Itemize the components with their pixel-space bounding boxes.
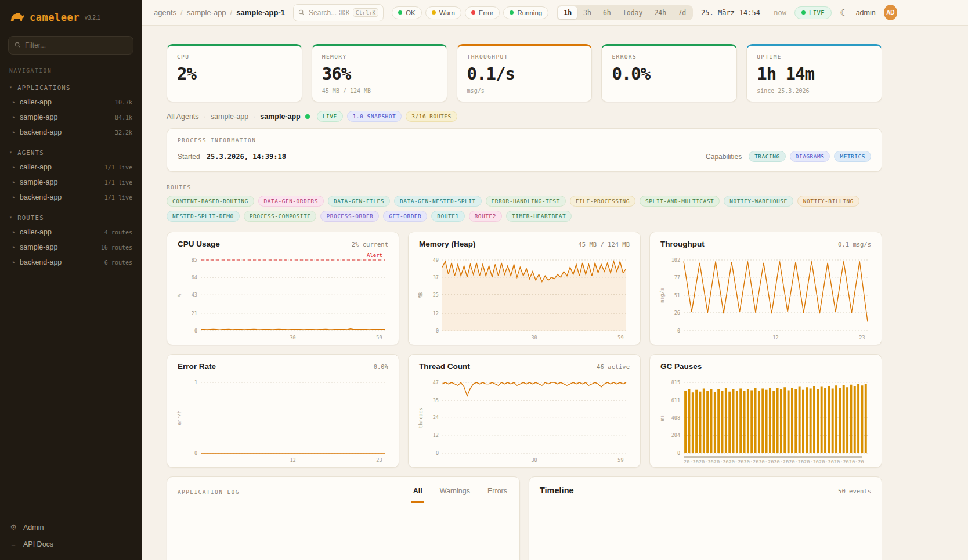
chart-title: Thread Count	[419, 362, 470, 371]
date-label: 25. März	[701, 9, 735, 17]
chart-card: GC Pauses 0204408611815ms20:2620:2620:26…	[649, 354, 882, 468]
sidebar-item[interactable]: ▸ caller-app 1/1 live	[0, 160, 142, 175]
route-chip[interactable]: NOTIFY-WAREHOUSE	[724, 196, 793, 207]
route-chip[interactable]: DATA-GEN-NESTED-SPLIT	[394, 196, 482, 207]
time-range-display[interactable]: 25. März 14:54 — now	[701, 9, 786, 17]
status-filter-chip[interactable]: Error	[465, 6, 500, 19]
app-version: v3.2.1	[85, 15, 100, 21]
topbar: agents / sample-app / sample-app-1 Ctrl+…	[142, 0, 968, 26]
stat-card: MEMORY 36% 45 MB / 124 MB	[312, 44, 447, 102]
process-panel-title: PROCESS INFORMATION	[178, 137, 871, 143]
sidebar-item[interactable]: ▸ sample-app 1/1 live	[0, 175, 142, 190]
sidebar-item[interactable]: ▸ backend-app 1/1 live	[0, 190, 142, 205]
sidebar-section: ▾ APPLICATIONS ▸ caller-app 10.7k ▸	[0, 82, 142, 140]
status-filter-label: Warn	[439, 9, 455, 16]
sidebar-section-header[interactable]: ▾ ROUTES	[0, 212, 142, 225]
svg-text:12: 12	[290, 457, 295, 463]
sidebar-item[interactable]: ▸ backend-app 32.2k	[0, 125, 142, 140]
svg-text:30: 30	[290, 335, 295, 341]
time-range-option[interactable]: 6h	[597, 6, 617, 19]
admin-link[interactable]: ⚙ Admin	[9, 523, 132, 532]
svg-text:37: 37	[433, 274, 439, 280]
route-chip[interactable]: CONTENT-BASED-ROUTING	[167, 196, 254, 207]
status-filter-chip[interactable]: Running	[503, 6, 548, 19]
dark-mode-toggle-icon[interactable]: ☾	[840, 8, 847, 18]
stat-value: 1h 14m	[757, 64, 872, 84]
time-range-option[interactable]: Today	[617, 6, 649, 19]
sidebar-item[interactable]: ▸ caller-app 4 routes	[0, 225, 142, 240]
sidebar-item[interactable]: ▸ sample-app 16 routes	[0, 240, 142, 255]
time-range-option[interactable]: 3h	[577, 6, 597, 19]
breadcrumb-link[interactable]: agents	[154, 8, 176, 17]
sidebar-section-header[interactable]: ▾ APPLICATIONS	[0, 82, 142, 95]
time-range-option[interactable]: 24h	[648, 6, 672, 19]
stat-value: 36%	[322, 64, 437, 84]
avatar[interactable]: AD	[884, 5, 897, 20]
status-filter-chip[interactable]: OK	[392, 6, 422, 19]
charts-grid: CPU Usage 2% current 021436485%3059Alert…	[167, 232, 882, 468]
stat-card: THROUGHPUT 0.1/s msg/s	[457, 44, 593, 102]
bottom-row: APPLICATION LOG All Warnings Errors	[167, 476, 882, 560]
route-chip[interactable]: ERROR-HANDLING-TEST	[486, 196, 566, 207]
status-filter-label: Error	[479, 9, 494, 16]
sidebar-footer: ⚙ Admin ≡ API Docs	[0, 515, 142, 560]
sidebar-item-badge: 1/1 live	[104, 164, 132, 171]
route-chip[interactable]: NOTIFY-BILLING	[797, 196, 859, 207]
capability-badge: TRACING	[749, 151, 786, 162]
time-range-option[interactable]: 1h	[558, 6, 577, 19]
chart-card: Memory (Heap) 45 MB / 124 MB 012253749MB…	[408, 232, 641, 345]
log-tab[interactable]: Warnings	[438, 487, 472, 503]
route-chip[interactable]: DATA-GEN-FILES	[328, 196, 390, 207]
svg-text:21: 21	[192, 310, 197, 316]
sidebar-section-header[interactable]: ▾ AGENTS	[0, 147, 142, 160]
status-filter-chip[interactable]: Warn	[425, 6, 461, 19]
range-end-now[interactable]: now	[774, 9, 786, 17]
api-docs-link[interactable]: ≡ API Docs	[9, 540, 132, 548]
svg-text:26: 26	[674, 310, 680, 316]
route-chip[interactable]: FILE-PROCESSING	[570, 196, 635, 207]
sidebar-section-title: APPLICATIONS	[17, 84, 70, 91]
log-tab[interactable]: Errors	[486, 487, 509, 503]
route-chip[interactable]: TIMER-HEARTBEAT	[506, 211, 572, 222]
agent-badges: LIVE 1.0-SNAPSHOT 3/16 ROUTES	[317, 111, 457, 122]
agent-current: sample-app	[260, 113, 300, 121]
breadcrumb-link[interactable]: sample-app	[187, 8, 226, 17]
route-chip[interactable]: DATA-GEN-ORDERS	[258, 196, 324, 207]
route-chip[interactable]: SPLIT-AND-MULTICAST	[640, 196, 720, 207]
stat-label: THROUGHPUT	[467, 53, 582, 60]
app-logo[interactable]: cameleer v3.2.1	[0, 0, 142, 32]
route-chip[interactable]: ROUTE2	[469, 211, 502, 222]
time-range-option[interactable]: 7d	[672, 6, 692, 19]
route-chip[interactable]: NESTED-SPLIT-DEMO	[167, 211, 240, 222]
live-toggle[interactable]: LIVE	[794, 6, 832, 19]
route-chip[interactable]: PROCESS-COMPOSITE	[244, 211, 317, 222]
chevron-right-icon: ▸	[13, 115, 15, 120]
sidebar-item-badge: 10.7k	[115, 99, 132, 106]
sidebar-item[interactable]: ▸ sample-app 84.1k	[0, 110, 142, 125]
sidebar-item-label: sample-app	[20, 243, 57, 251]
agent-crumb-link[interactable]: All Agents	[167, 113, 199, 121]
route-chip[interactable]: GET-ORDER	[383, 211, 427, 222]
breadcrumb: agents / sample-app / sample-app-1	[154, 8, 285, 17]
search-input[interactable]	[309, 9, 349, 17]
log-tab[interactable]: All	[411, 487, 424, 503]
chart-meta: 0.0%	[374, 363, 388, 370]
route-chip[interactable]: PROCESS-ORDER	[320, 211, 379, 222]
agent-live-dot-icon	[305, 114, 310, 119]
svg-text:MB: MB	[418, 292, 424, 298]
chart-card: Thread Count 46 active 012243547threads3…	[408, 354, 641, 468]
sidebar-item[interactable]: ▸ backend-app 6 routes	[0, 255, 142, 270]
user-name[interactable]: admin	[856, 9, 876, 17]
svg-text:0: 0	[436, 328, 439, 334]
svg-text:err/h: err/h	[176, 410, 182, 425]
sidebar-filter-input[interactable]	[25, 41, 127, 49]
stat-label: ERRORS	[612, 53, 727, 60]
svg-text:23: 23	[376, 457, 382, 463]
svg-text:815: 815	[671, 380, 680, 385]
route-chip[interactable]: ROUTE1	[431, 211, 464, 222]
sidebar-item-label: backend-app	[20, 193, 62, 201]
agent-crumb-link[interactable]: sample-app	[211, 113, 248, 121]
svg-text:0: 0	[194, 328, 197, 334]
sidebar-item-label: sample-app	[20, 113, 57, 121]
sidebar-item[interactable]: ▸ caller-app 10.7k	[0, 95, 142, 110]
